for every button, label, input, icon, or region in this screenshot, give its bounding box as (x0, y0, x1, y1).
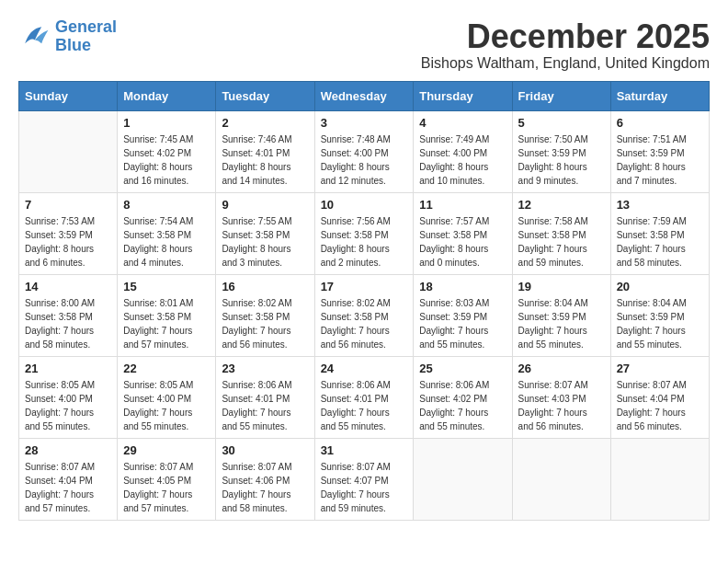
day-number: 15 (123, 280, 210, 293)
day-number: 10 (321, 198, 408, 212)
day-number: 27 (617, 362, 703, 375)
day-info: Sunrise: 7:45 AM Sunset: 4:02 PM Dayligh… (123, 132, 210, 188)
calendar-cell: 22Sunrise: 8:05 AM Sunset: 4:00 PM Dayli… (118, 356, 216, 438)
column-header-thursday: Thursday (414, 81, 512, 110)
column-header-sunday: Sunday (19, 81, 118, 110)
calendar-cell (19, 110, 118, 192)
day-info: Sunrise: 7:57 AM Sunset: 3:58 PM Dayligh… (419, 214, 506, 270)
day-info: Sunrise: 8:05 AM Sunset: 4:00 PM Dayligh… (123, 378, 210, 433)
day-number: 2 (222, 116, 308, 130)
day-info: Sunrise: 8:07 AM Sunset: 4:04 PM Dayligh… (617, 378, 703, 433)
day-info: Sunrise: 8:06 AM Sunset: 4:02 PM Dayligh… (419, 378, 506, 433)
calendar-cell: 1Sunrise: 7:45 AM Sunset: 4:02 PM Daylig… (118, 110, 216, 192)
calendar-cell: 24Sunrise: 8:06 AM Sunset: 4:01 PM Dayli… (314, 356, 414, 438)
day-info: Sunrise: 7:58 AM Sunset: 3:58 PM Dayligh… (518, 214, 605, 270)
day-info: Sunrise: 8:02 AM Sunset: 3:58 PM Dayligh… (222, 296, 308, 351)
column-header-wednesday: Wednesday (314, 81, 414, 110)
day-number: 25 (419, 362, 506, 375)
day-number: 29 (123, 443, 210, 457)
calendar-cell: 9Sunrise: 7:55 AM Sunset: 3:58 PM Daylig… (216, 192, 314, 274)
day-number: 20 (617, 280, 703, 293)
calendar-cell: 26Sunrise: 8:07 AM Sunset: 4:03 PM Dayli… (512, 356, 610, 438)
day-number: 11 (419, 198, 506, 212)
calendar-cell: 4Sunrise: 7:49 AM Sunset: 4:00 PM Daylig… (414, 110, 512, 192)
day-number: 13 (617, 198, 703, 212)
day-info: Sunrise: 7:51 AM Sunset: 3:59 PM Dayligh… (617, 132, 703, 188)
calendar-cell: 7Sunrise: 7:53 AM Sunset: 3:59 PM Daylig… (19, 192, 118, 274)
column-header-tuesday: Tuesday (216, 81, 314, 110)
column-header-saturday: Saturday (610, 81, 709, 110)
day-number: 5 (518, 116, 605, 130)
day-info: Sunrise: 8:04 AM Sunset: 3:59 PM Dayligh… (617, 296, 703, 351)
day-info: Sunrise: 8:04 AM Sunset: 3:59 PM Dayligh… (518, 296, 605, 351)
day-info: Sunrise: 8:03 AM Sunset: 3:59 PM Dayligh… (419, 296, 506, 351)
day-info: Sunrise: 8:00 AM Sunset: 3:58 PM Dayligh… (25, 296, 111, 351)
day-number: 19 (518, 280, 605, 293)
day-number: 1 (123, 116, 210, 130)
calendar-cell: 6Sunrise: 7:51 AM Sunset: 3:59 PM Daylig… (610, 110, 709, 192)
day-number: 14 (25, 280, 111, 293)
day-info: Sunrise: 7:59 AM Sunset: 3:58 PM Dayligh… (617, 214, 703, 270)
day-info: Sunrise: 8:02 AM Sunset: 3:58 PM Dayligh… (321, 296, 408, 351)
day-number: 21 (25, 362, 111, 375)
day-number: 30 (222, 443, 308, 457)
day-info: Sunrise: 8:07 AM Sunset: 4:04 PM Dayligh… (25, 460, 111, 515)
calendar-cell: 19Sunrise: 8:04 AM Sunset: 3:59 PM Dayli… (512, 274, 610, 356)
day-number: 17 (321, 280, 408, 293)
calendar-cell (610, 438, 709, 520)
calendar-cell: 13Sunrise: 7:59 AM Sunset: 3:58 PM Dayli… (610, 192, 709, 274)
calendar-cell: 31Sunrise: 8:07 AM Sunset: 4:07 PM Dayli… (314, 438, 414, 520)
location-text: Bishops Waltham, England, United Kingdom (421, 55, 710, 72)
day-number: 26 (518, 362, 605, 375)
calendar-cell: 14Sunrise: 8:00 AM Sunset: 3:58 PM Dayli… (19, 274, 118, 356)
day-info: Sunrise: 7:55 AM Sunset: 3:58 PM Dayligh… (222, 214, 308, 270)
calendar-cell: 20Sunrise: 8:04 AM Sunset: 3:59 PM Dayli… (610, 274, 709, 356)
calendar-cell: 17Sunrise: 8:02 AM Sunset: 3:58 PM Dayli… (314, 274, 414, 356)
calendar-table: SundayMondayTuesdayWednesdayThursdayFrid… (18, 81, 710, 521)
calendar-cell: 28Sunrise: 8:07 AM Sunset: 4:04 PM Dayli… (19, 438, 118, 520)
calendar-cell: 3Sunrise: 7:48 AM Sunset: 4:00 PM Daylig… (314, 110, 414, 192)
day-info: Sunrise: 8:07 AM Sunset: 4:06 PM Dayligh… (222, 460, 308, 515)
day-number: 31 (321, 443, 408, 457)
day-number: 12 (518, 198, 605, 212)
calendar-cell: 18Sunrise: 8:03 AM Sunset: 3:59 PM Dayli… (414, 274, 512, 356)
month-title: December 2025 (421, 18, 710, 55)
calendar-cell: 11Sunrise: 7:57 AM Sunset: 3:58 PM Dayli… (414, 192, 512, 274)
day-info: Sunrise: 7:56 AM Sunset: 3:58 PM Dayligh… (321, 214, 408, 270)
calendar-cell: 15Sunrise: 8:01 AM Sunset: 3:58 PM Dayli… (118, 274, 216, 356)
day-info: Sunrise: 7:54 AM Sunset: 3:58 PM Dayligh… (123, 214, 210, 270)
logo: General Blue (18, 18, 117, 55)
logo-text: General Blue (55, 18, 117, 55)
calendar-cell: 5Sunrise: 7:50 AM Sunset: 3:59 PM Daylig… (512, 110, 610, 192)
day-info: Sunrise: 8:05 AM Sunset: 4:00 PM Dayligh… (25, 378, 111, 433)
day-number: 8 (123, 198, 210, 212)
logo-icon (18, 20, 51, 53)
day-number: 3 (321, 116, 408, 130)
day-number: 7 (25, 198, 111, 212)
day-info: Sunrise: 7:50 AM Sunset: 3:59 PM Dayligh… (518, 132, 605, 188)
calendar-cell: 16Sunrise: 8:02 AM Sunset: 3:58 PM Dayli… (216, 274, 314, 356)
title-block: December 2025 Bishops Waltham, England, … (421, 18, 710, 72)
column-header-friday: Friday (512, 81, 610, 110)
calendar-week-row: 28Sunrise: 8:07 AM Sunset: 4:04 PM Dayli… (19, 438, 710, 520)
column-header-monday: Monday (118, 81, 216, 110)
day-number: 16 (222, 280, 308, 293)
day-info: Sunrise: 7:53 AM Sunset: 3:59 PM Dayligh… (25, 214, 111, 270)
calendar-week-row: 7Sunrise: 7:53 AM Sunset: 3:59 PM Daylig… (19, 192, 710, 274)
calendar-cell (414, 438, 512, 520)
day-number: 24 (321, 362, 408, 375)
day-info: Sunrise: 8:06 AM Sunset: 4:01 PM Dayligh… (321, 378, 408, 433)
calendar-cell: 2Sunrise: 7:46 AM Sunset: 4:01 PM Daylig… (216, 110, 314, 192)
day-number: 28 (25, 443, 111, 457)
day-number: 9 (222, 198, 308, 212)
calendar-cell: 29Sunrise: 8:07 AM Sunset: 4:05 PM Dayli… (118, 438, 216, 520)
day-number: 22 (123, 362, 210, 375)
calendar-cell: 25Sunrise: 8:06 AM Sunset: 4:02 PM Dayli… (414, 356, 512, 438)
day-info: Sunrise: 8:01 AM Sunset: 3:58 PM Dayligh… (123, 296, 210, 351)
day-info: Sunrise: 8:07 AM Sunset: 4:07 PM Dayligh… (321, 460, 408, 515)
calendar-header-row: SundayMondayTuesdayWednesdayThursdayFrid… (19, 81, 710, 110)
logo-line1: General (55, 17, 117, 36)
calendar-cell: 12Sunrise: 7:58 AM Sunset: 3:58 PM Dayli… (512, 192, 610, 274)
day-info: Sunrise: 7:48 AM Sunset: 4:00 PM Dayligh… (321, 132, 408, 188)
day-number: 23 (222, 362, 308, 375)
